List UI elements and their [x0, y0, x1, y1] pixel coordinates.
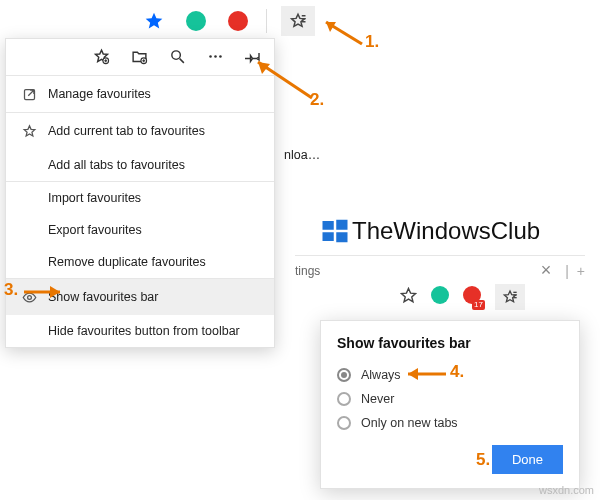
option-label: Always: [361, 368, 401, 382]
option-never[interactable]: Never: [337, 387, 563, 411]
favourites-menu-button[interactable]: [281, 6, 315, 36]
annotation-2: 2.: [310, 90, 324, 110]
more-options-icon[interactable]: [204, 45, 226, 67]
favourites-panel: Manage favourites Add current tab to fav…: [5, 38, 275, 348]
opera-icon[interactable]: 17: [463, 286, 481, 308]
svg-point-13: [219, 55, 222, 58]
svg-line-23: [326, 22, 362, 44]
menu-manage-favourites[interactable]: Manage favourites: [6, 76, 274, 112]
annotation-1: 1.: [365, 32, 379, 52]
menu-label: Show favourites bar: [48, 290, 158, 304]
svg-rect-17: [336, 220, 347, 230]
svg-point-15: [27, 295, 31, 299]
grammarly-icon[interactable]: [431, 286, 449, 308]
browser-toolbar-2: 17: [400, 284, 525, 310]
menu-label: Add all tabs to favourites: [48, 158, 185, 172]
truncated-text: nloa…: [284, 148, 320, 162]
open-external-icon: [20, 85, 38, 103]
menu-add-all-tabs[interactable]: Add all tabs to favourites: [6, 149, 274, 181]
search-favourites-icon[interactable]: [166, 45, 188, 67]
svg-rect-19: [336, 232, 347, 242]
svg-line-10: [179, 58, 183, 62]
brand-text: TheWindowsClub: [352, 217, 540, 245]
close-tab-icon[interactable]: ×: [535, 260, 558, 281]
svg-point-9: [171, 50, 180, 59]
brand-title: TheWindowsClub: [320, 216, 540, 246]
done-button[interactable]: Done: [492, 445, 563, 474]
favourites-menu-button[interactable]: [495, 284, 525, 310]
favourite-star-icon[interactable]: [140, 7, 168, 35]
svg-point-11: [209, 55, 212, 58]
notification-badge: 17: [472, 300, 485, 310]
browser-toolbar: [140, 6, 315, 36]
windowsclub-logo-icon: [320, 216, 350, 246]
menu-add-current-tab[interactable]: Add current tab to favourites: [6, 113, 274, 149]
menu-label: Import favourites: [48, 191, 141, 205]
eye-icon: [20, 288, 38, 306]
tab-label-truncated[interactable]: tings: [295, 264, 320, 278]
svg-marker-24: [326, 22, 336, 32]
radio-icon[interactable]: [337, 416, 351, 430]
svg-point-12: [214, 55, 217, 58]
opera-icon[interactable]: [224, 7, 252, 35]
menu-remove-duplicates[interactable]: Remove duplicate favourites: [6, 246, 274, 278]
svg-rect-16: [323, 221, 334, 230]
menu-label: Remove duplicate favourites: [48, 255, 206, 269]
add-favourite-icon[interactable]: [90, 45, 112, 67]
menu-hide-favourites-button[interactable]: Hide favourites button from toolbar: [6, 315, 274, 347]
pin-panel-icon[interactable]: [242, 45, 264, 67]
star-plus-icon: [20, 122, 38, 140]
option-label: Never: [361, 392, 394, 406]
option-label: Only on new tabs: [361, 416, 458, 430]
menu-export-favourites[interactable]: Export favourites: [6, 214, 274, 246]
favourite-star-outline-icon[interactable]: [400, 287, 417, 308]
popup-title: Show favourites bar: [337, 335, 563, 351]
tab-strip: tings × | +: [295, 255, 585, 281]
annotation-5: 5.: [476, 450, 490, 470]
show-favourites-bar-popup: Show favourites bar Always Never Only on…: [320, 320, 580, 489]
radio-icon[interactable]: [337, 392, 351, 406]
svg-rect-18: [323, 232, 334, 241]
favourites-panel-toolbar: [6, 39, 274, 75]
annotation-4: 4.: [450, 362, 464, 382]
radio-icon[interactable]: [337, 368, 351, 382]
add-folder-icon[interactable]: [128, 45, 150, 67]
menu-label: Hide favourites button from toolbar: [48, 324, 240, 338]
menu-import-favourites[interactable]: Import favourites: [6, 182, 274, 214]
option-only-new-tabs[interactable]: Only on new tabs: [337, 411, 563, 435]
menu-label: Manage favourites: [48, 87, 151, 101]
annotation-3: 3.: [4, 280, 18, 300]
tabs-divider: |: [565, 263, 569, 279]
menu-label: Export favourites: [48, 223, 142, 237]
menu-show-favourites-bar[interactable]: Show favourites bar: [6, 279, 274, 315]
grammarly-icon[interactable]: [182, 7, 210, 35]
menu-label: Add current tab to favourites: [48, 124, 205, 138]
toolbar-divider: [266, 9, 267, 33]
new-tab-button[interactable]: +: [577, 263, 585, 279]
watermark-text: wsxdn.com: [539, 484, 594, 496]
